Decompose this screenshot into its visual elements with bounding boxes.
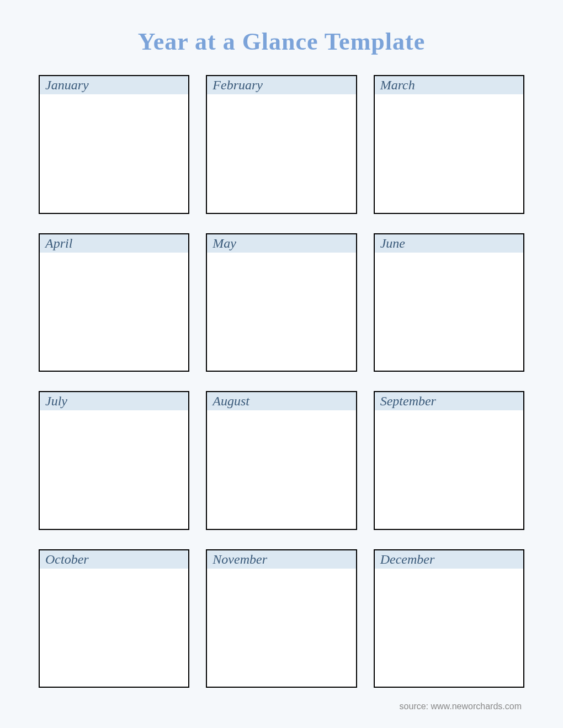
month-grid: January February March April May June Ju… xyxy=(39,75,524,688)
month-body xyxy=(40,410,188,529)
month-header: June xyxy=(375,234,523,253)
month-header: December xyxy=(375,550,523,569)
month-box-february: February xyxy=(206,75,357,214)
footer-source: source: www.neworchards.com xyxy=(39,702,524,711)
month-header: August xyxy=(207,392,355,410)
month-body xyxy=(375,253,523,371)
month-box-november: November xyxy=(206,549,357,688)
month-header: January xyxy=(40,76,188,94)
month-box-december: December xyxy=(374,549,524,688)
month-header: February xyxy=(207,76,355,94)
month-box-october: October xyxy=(39,549,189,688)
month-body xyxy=(40,569,188,687)
month-box-september: September xyxy=(374,391,524,530)
month-body xyxy=(40,253,188,371)
month-body xyxy=(375,410,523,529)
month-body xyxy=(375,569,523,687)
month-header: July xyxy=(40,392,188,410)
month-header: April xyxy=(40,234,188,253)
month-header: October xyxy=(40,550,188,569)
month-box-june: June xyxy=(374,233,524,372)
month-box-april: April xyxy=(39,233,189,372)
month-box-january: January xyxy=(39,75,189,214)
month-body xyxy=(207,410,355,529)
month-box-july: July xyxy=(39,391,189,530)
month-box-march: March xyxy=(374,75,524,214)
month-box-august: August xyxy=(206,391,357,530)
month-header: May xyxy=(207,234,355,253)
month-header: November xyxy=(207,550,355,569)
month-box-may: May xyxy=(206,233,357,372)
month-body xyxy=(207,569,355,687)
month-body xyxy=(40,94,188,213)
month-header: September xyxy=(375,392,523,410)
month-header: March xyxy=(375,76,523,94)
month-body xyxy=(207,253,355,371)
month-body xyxy=(375,94,523,213)
page-title: Year at a Glance Template xyxy=(39,28,524,56)
month-body xyxy=(207,94,355,213)
